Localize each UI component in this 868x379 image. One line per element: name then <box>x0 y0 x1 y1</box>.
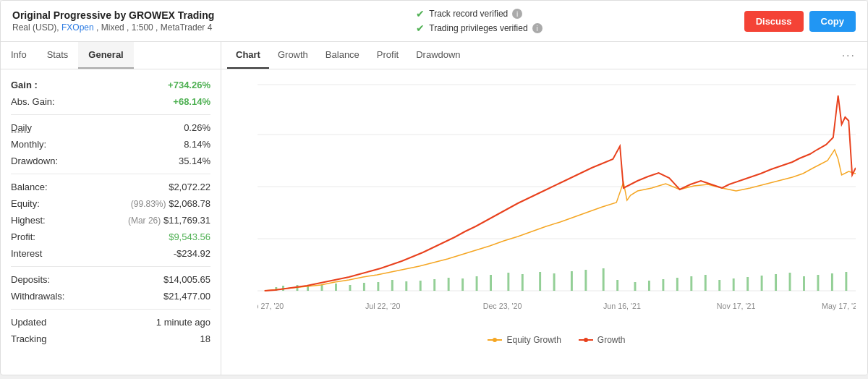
svg-rect-47 <box>718 280 720 291</box>
stat-drawdown: Drawdown: 35.14% <box>11 153 210 169</box>
dots-menu-button[interactable]: ··· <box>836 43 861 68</box>
svg-rect-56 <box>845 272 847 291</box>
stats-panel: Gain : +734.26% Abs. Gain: +68.14% Daily… <box>1 69 221 375</box>
equity-pct: (99.83%) <box>131 199 166 209</box>
fxopen-link[interactable]: FXOpen <box>61 22 94 33</box>
svg-rect-24 <box>377 282 379 291</box>
header-verified: ✔ Track record verified i ✔ Trading priv… <box>416 8 542 34</box>
svg-rect-30 <box>461 278 464 291</box>
svg-rect-23 <box>363 283 365 291</box>
chart-tab-chart[interactable]: Chart <box>227 42 269 69</box>
highest-value: (Mar 26) $11,769.31 <box>128 215 210 226</box>
stat-balance: Balance: $2,072.22 <box>11 179 210 195</box>
chart-svg: 0% 300% 600% 900% 1.2K% Feb 27, '20 Jul … <box>258 81 856 327</box>
stat-equity: Equity: (99.83%) $2,068.78 <box>11 195 210 212</box>
verified-track-record: ✔ Track record verified i <box>416 8 542 20</box>
header: Original Progressive by GROWEX Trading R… <box>1 1 867 42</box>
equity-growth-label: Equity Growth <box>506 335 561 345</box>
profit-value: $9,543.56 <box>169 231 210 242</box>
chart-tab-profit[interactable]: Profit <box>368 42 407 69</box>
verified-trading-label: Trading privileges verified <box>429 23 527 33</box>
divider-4 <box>11 309 210 310</box>
updated-value: 1 minute ago <box>156 317 210 328</box>
daily-label: Daily <box>11 122 32 133</box>
tab-info[interactable]: Info <box>1 42 37 69</box>
stat-daily: Daily 0.26% <box>11 119 210 136</box>
svg-rect-50 <box>761 276 763 291</box>
tab-general[interactable]: General <box>78 42 133 69</box>
chart-tab-growth[interactable]: Growth <box>269 42 317 69</box>
strategy-title: Original Progressive by GROWEX Trading <box>12 9 214 21</box>
chart-tab-drawdown[interactable]: Drawdown <box>407 42 469 69</box>
svg-text:Dec 23, '20: Dec 23, '20 <box>483 302 522 310</box>
svg-rect-40 <box>616 280 618 291</box>
deposits-label: Deposits: <box>11 274 50 285</box>
svg-rect-52 <box>789 273 791 291</box>
svg-rect-36 <box>553 273 556 291</box>
equity-value: (99.83%) $2,068.78 <box>131 198 210 209</box>
stat-monthly: Monthly: 8.14% <box>11 136 210 153</box>
svg-text:Nov 17, '21: Nov 17, '21 <box>717 302 756 310</box>
svg-rect-32 <box>490 275 492 291</box>
interest-value: -$234.92 <box>174 248 210 259</box>
highest-date: (Mar 26) <box>128 216 161 226</box>
highest-label: Highest: <box>11 215 46 226</box>
svg-rect-21 <box>335 284 337 291</box>
abs-gain-value: +68.14% <box>173 96 210 107</box>
divider-3 <box>11 266 210 267</box>
divider-2 <box>11 174 210 174</box>
stat-highest: Highest: (Mar 26) $11,769.31 <box>11 212 210 229</box>
verified-trading-privileges: ✔ Trading privileges verified i <box>416 22 542 34</box>
main-content: Info Stats General Gain : +734.26% Abs. … <box>1 42 867 375</box>
equity-label: Equity: <box>11 198 40 209</box>
monthly-label: Monthly: <box>11 139 46 150</box>
svg-rect-46 <box>705 275 707 291</box>
svg-rect-54 <box>817 275 819 291</box>
left-tab-bar: Info Stats General <box>1 42 221 69</box>
check-icon-1: ✔ <box>416 8 425 20</box>
chart-legend: Equity Growth Growth <box>258 329 856 348</box>
svg-point-58 <box>493 338 497 342</box>
verified-track-record-label: Track record verified <box>429 9 508 19</box>
growth-label: Growth <box>597 335 626 345</box>
equity-growth-legend-icon <box>488 336 502 344</box>
svg-rect-27 <box>420 281 422 291</box>
info-icon-2[interactable]: i <box>532 23 542 33</box>
stat-withdrawals: Withdrawals: $21,477.00 <box>11 288 210 305</box>
legend-growth: Growth <box>579 335 626 345</box>
strategy-subtitle: Real (USD), FXOpen , Mixed , 1:500 , Met… <box>12 22 214 33</box>
withdrawals-label: Withdrawals: <box>11 291 64 302</box>
drawdown-value: 35.14% <box>179 156 210 166</box>
chart-tab-balance[interactable]: Balance <box>317 42 368 69</box>
drawdown-label: Drawdown: <box>11 156 58 166</box>
svg-rect-33 <box>507 273 509 291</box>
discuss-button[interactable]: Discuss <box>744 11 804 32</box>
chart-tab-bar: Chart Growth Balance Profit Drawdown ··· <box>221 42 867 69</box>
svg-rect-43 <box>662 279 664 291</box>
balance-value: $2,072.22 <box>169 182 210 192</box>
svg-text:Feb 27, '20: Feb 27, '20 <box>258 302 284 310</box>
updated-label: Updated <box>11 317 46 328</box>
svg-rect-41 <box>634 282 637 291</box>
tab-stats[interactable]: Stats <box>37 42 79 69</box>
svg-rect-48 <box>733 278 735 291</box>
check-icon-2: ✔ <box>416 22 425 34</box>
balance-label: Balance: <box>11 182 48 192</box>
left-panel: Info Stats General Gain : +734.26% Abs. … <box>1 42 221 375</box>
info-icon-1[interactable]: i <box>512 9 522 19</box>
daily-value: 0.26% <box>184 122 210 133</box>
svg-text:Jun 16, '21: Jun 16, '21 <box>603 302 641 310</box>
svg-rect-29 <box>448 278 450 291</box>
svg-rect-39 <box>603 268 605 291</box>
abs-gain-label: Abs. Gain: <box>11 96 55 107</box>
deposits-value: $14,005.65 <box>163 274 210 285</box>
svg-rect-37 <box>571 271 573 291</box>
svg-rect-45 <box>690 276 692 291</box>
svg-rect-38 <box>584 270 587 291</box>
copy-button[interactable]: Copy <box>809 11 856 32</box>
stat-tracking: Tracking 18 <box>11 331 210 347</box>
svg-rect-26 <box>405 281 407 291</box>
tracking-label: Tracking <box>11 333 46 344</box>
svg-rect-49 <box>746 277 749 291</box>
svg-text:Jul 22, '20: Jul 22, '20 <box>365 302 400 310</box>
